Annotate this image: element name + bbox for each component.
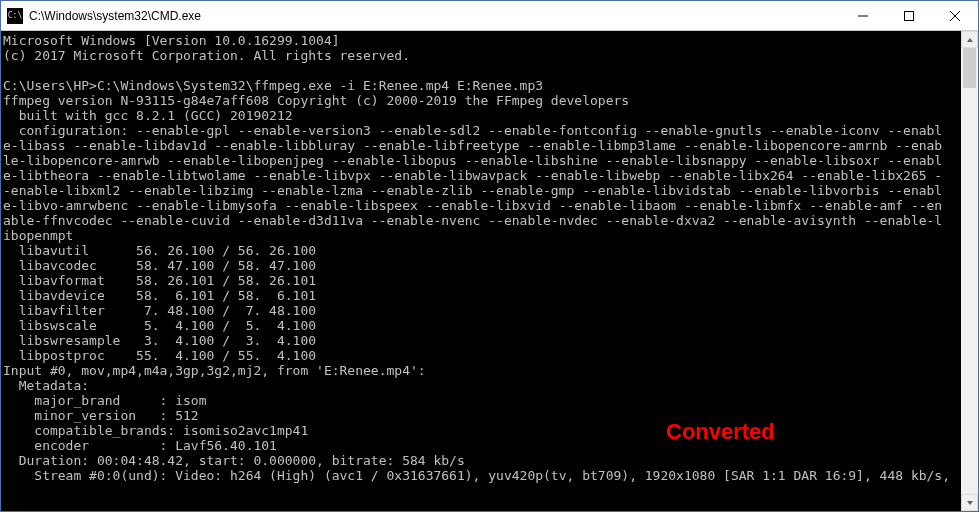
- svg-rect-1: [905, 11, 914, 20]
- terminal-output[interactable]: Microsoft Windows [Version 10.0.16299.10…: [1, 31, 961, 511]
- cmd-window: C:\ C:\Windows\system32\CMD.exe Microsof…: [0, 0, 979, 512]
- scrollbar-thumb[interactable]: [963, 48, 976, 88]
- scroll-up-button[interactable]: [961, 31, 978, 48]
- window-controls: [840, 1, 978, 30]
- cmd-icon: C:\: [7, 8, 23, 24]
- terminal-area: Microsoft Windows [Version 10.0.16299.10…: [1, 31, 978, 511]
- converted-annotation: Converted: [666, 419, 775, 445]
- maximize-button[interactable]: [886, 1, 932, 30]
- titlebar[interactable]: C:\ C:\Windows\system32\CMD.exe: [1, 1, 978, 31]
- close-button[interactable]: [932, 1, 978, 30]
- svg-marker-4: [967, 38, 973, 42]
- window-title: C:\Windows\system32\CMD.exe: [29, 9, 840, 23]
- scrollbar-track[interactable]: [961, 48, 978, 494]
- vertical-scrollbar[interactable]: [961, 31, 978, 511]
- minimize-button[interactable]: [840, 1, 886, 30]
- svg-marker-5: [967, 501, 973, 505]
- scroll-down-button[interactable]: [961, 494, 978, 511]
